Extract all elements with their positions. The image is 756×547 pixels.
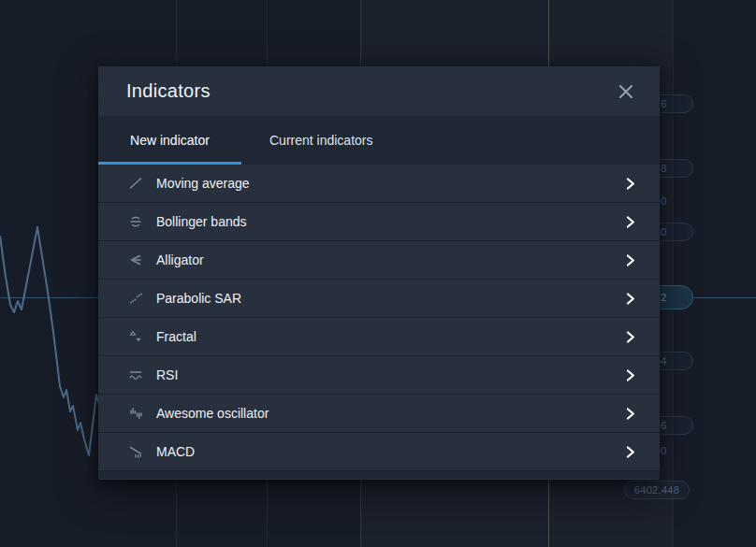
chevron-right-icon [624, 445, 637, 458]
chevron-right-icon [624, 215, 637, 228]
chevron-right-icon [624, 253, 637, 266]
list-item-label: Awesome oscillator [156, 406, 624, 421]
list-item-label: Bollinger bands [156, 214, 624, 229]
parabolic-sar-icon [128, 291, 143, 306]
chevron-right-icon [624, 330, 637, 343]
tab-current-indicators[interactable]: Current indicators [241, 116, 401, 165]
list-item-fractal[interactable]: Fractal [98, 318, 660, 356]
modal-header: Indicators [98, 66, 660, 116]
vertical-gridline [673, 0, 674, 547]
list-item-label: Alligator [156, 252, 624, 267]
tab-bar: New indicator Current indicators [98, 116, 660, 165]
current-price-line [0, 297, 98, 298]
list-item-label: Moving average [156, 176, 624, 191]
close-button[interactable] [616, 81, 636, 102]
list-item-bollinger-bands[interactable]: Bollinger bands [98, 203, 660, 241]
list-item-awesome-oscillator[interactable]: Awesome oscillator [98, 395, 660, 433]
list-item-label: RSI [156, 367, 624, 382]
list-item-rsi[interactable]: RSI [98, 356, 660, 395]
list-item-macd[interactable]: MACD [98, 433, 660, 471]
price-axis-label: 6402.448 [624, 481, 690, 499]
close-icon [618, 83, 634, 100]
chevron-right-icon [624, 292, 637, 305]
fractal-icon [128, 329, 143, 344]
bollinger-bands-icon [128, 214, 143, 229]
list-item-alligator[interactable]: Alligator [98, 241, 660, 280]
list-item-label: Parabolic SAR [156, 291, 624, 306]
list-item-parabolic-sar[interactable]: Parabolic SAR [98, 280, 660, 318]
current-price-line [693, 297, 756, 298]
chevron-right-icon [624, 177, 637, 190]
tab-label: New indicator [130, 133, 210, 148]
rsi-icon [128, 367, 143, 382]
list-item-label: MACD [156, 444, 624, 459]
list-item-moving-average[interactable]: Moving average [98, 165, 660, 203]
chevron-right-icon [624, 368, 637, 381]
indicators-modal: Indicators New indicator Current indicat… [98, 66, 660, 480]
chevron-right-icon [624, 407, 637, 420]
list-item-label: Fractal [156, 329, 624, 344]
tab-new-indicator[interactable]: New indicator [98, 116, 241, 165]
modal-title: Indicators [126, 80, 211, 102]
alligator-icon [128, 252, 143, 267]
moving-average-icon [128, 176, 143, 191]
tab-label: Current indicators [269, 133, 373, 148]
price-line-chart [0, 0, 103, 486]
awesome-oscillator-icon [128, 406, 143, 421]
modal-footer [98, 471, 660, 479]
macd-icon [128, 444, 143, 459]
indicator-list: Moving average Bollinger bands All [98, 165, 660, 471]
